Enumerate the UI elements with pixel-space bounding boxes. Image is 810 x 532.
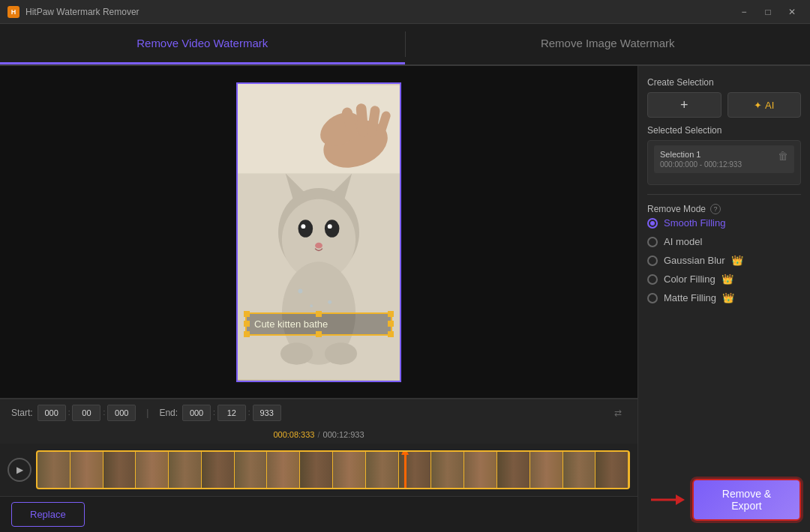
crown-icon-color: 👑 [722, 273, 734, 285]
mode-gaussian[interactable]: Gaussian Blur 👑 [647, 255, 801, 266]
maximize-button[interactable]: □ [758, 4, 778, 20]
close-button[interactable]: ✕ [782, 4, 802, 20]
svg-point-15 [325, 342, 357, 364]
film-frame-8 [267, 452, 300, 488]
title-bar-left: H HitPaw Watermark Remover [8, 6, 140, 18]
video-section: Cute kitten bathe Start: : [0, 66, 638, 532]
film-frame-14 [464, 452, 497, 488]
export-section: Remove & Export [647, 479, 801, 521]
svg-point-7 [325, 220, 340, 238]
filmstrip-area: ▶ [0, 444, 638, 496]
timeline-controls: Start: : : | End: : : ⇄ [0, 399, 638, 426]
radio-matte[interactable] [647, 293, 658, 303]
play-icon: ▶ [16, 465, 23, 475]
right-panel: Create Selection + ✦ AI Selected Selecti… [638, 66, 810, 532]
panel-divider [647, 194, 801, 195]
radio-ai[interactable] [647, 237, 658, 247]
end-label: End: [159, 408, 178, 418]
watermark-selection-box[interactable]: Cute kitten bathe [245, 312, 392, 336]
film-frame-15 [497, 452, 530, 488]
color-label: Color Filling [664, 273, 716, 285]
remove-mode-section: Remove Mode ? Smooth Filling AI model Ga… [647, 204, 801, 303]
create-selection-label: Create Selection [647, 77, 801, 88]
svg-point-10 [315, 242, 322, 248]
svg-point-8 [301, 224, 305, 229]
svg-point-6 [298, 220, 314, 238]
video-frame: Cute kitten bathe [236, 82, 401, 382]
play-button[interactable]: ▶ [8, 458, 32, 482]
replace-button[interactable]: Replace [11, 502, 85, 527]
end-hours[interactable] [182, 405, 211, 421]
selection-item-1[interactable]: Selection 1 000:00:000 - 000:12:933 🗑 [654, 145, 794, 173]
start-hours[interactable] [38, 405, 66, 421]
handle-right-mid[interactable] [388, 321, 394, 327]
tab-bar: Remove Video Watermark Remove Image Wate… [0, 24, 810, 66]
svg-point-17 [328, 300, 332, 303]
sep1: : [68, 408, 70, 417]
handle-top-right[interactable] [388, 311, 394, 317]
title-bar: H HitPaw Watermark Remover − □ ✕ [0, 0, 810, 24]
end-seconds[interactable] [253, 405, 281, 421]
handle-bottom-right[interactable] [388, 331, 394, 337]
app-logo: H [8, 6, 20, 18]
remove-mode-radio-group: Smooth Filling AI model Gaussian Blur 👑 … [647, 217, 801, 303]
end-minutes[interactable] [218, 405, 246, 421]
ai-selection-button[interactable]: ✦ AI [728, 92, 802, 118]
mode-ai[interactable]: AI model [647, 236, 801, 247]
handle-top-mid[interactable] [316, 311, 322, 317]
watermark-text: Cute kitten bathe [254, 318, 328, 330]
handle-top-left[interactable] [244, 311, 250, 317]
film-frame-5 [169, 452, 202, 488]
gaussian-label: Gaussian Blur [664, 255, 725, 266]
filmstrip[interactable] [36, 450, 630, 489]
tab-image-label: Remove Image Watermark [541, 37, 675, 49]
export-label: Remove & Export [722, 488, 771, 512]
create-selection-row: + ✦ AI [647, 92, 801, 118]
handle-bottom-mid[interactable] [316, 331, 322, 337]
arrow-icon [647, 489, 685, 511]
mode-color[interactable]: Color Filling 👑 [647, 273, 801, 285]
create-selection-section: Create Selection + ✦ AI [647, 77, 801, 118]
sep2: : [103, 408, 105, 417]
radio-smooth[interactable] [647, 218, 658, 229]
selection-list: Selection 1 000:00:000 - 000:12:933 🗑 [647, 140, 801, 185]
total-time: 000:12:933 [323, 430, 364, 439]
playhead[interactable] [404, 450, 406, 489]
mode-smooth[interactable]: Smooth Filling [647, 217, 801, 229]
tab-image-watermark[interactable]: Remove Image Watermark [406, 24, 811, 64]
add-icon: + [680, 97, 688, 113]
film-frame-10 [333, 452, 366, 488]
replace-label: Replace [30, 509, 66, 520]
add-selection-button[interactable]: + [647, 92, 722, 118]
film-frame-7 [235, 452, 268, 488]
sync-icon[interactable]: ⇄ [610, 405, 626, 421]
start-end-separator: | [146, 408, 148, 418]
mode-matte[interactable]: Matte Filling 👑 [647, 292, 801, 303]
smooth-label: Smooth Filling [664, 217, 725, 229]
start-minutes[interactable] [72, 405, 100, 421]
radio-gaussian[interactable] [647, 256, 658, 266]
svg-point-18 [310, 304, 313, 307]
help-icon[interactable]: ? [710, 204, 721, 214]
radio-color[interactable] [647, 274, 658, 285]
window-controls: − □ ✕ [734, 4, 802, 20]
selection-time: 000:00:000 - 000:12:933 [660, 160, 742, 169]
start-seconds[interactable] [107, 405, 136, 421]
ai-label: AI [765, 100, 774, 111]
film-frame-1 [38, 452, 70, 488]
video-bottom: Start: : : | End: : : ⇄ [0, 398, 638, 532]
video-canvas[interactable]: Cute kitten bathe [0, 66, 638, 398]
time-divider: / [317, 430, 320, 439]
minimize-button[interactable]: − [734, 4, 754, 20]
tab-video-watermark[interactable]: Remove Video Watermark [0, 24, 405, 64]
start-label: Start: [11, 408, 33, 418]
delete-selection-icon[interactable]: 🗑 [778, 150, 788, 162]
remove-export-button[interactable]: Remove & Export [692, 479, 801, 521]
svg-point-9 [328, 224, 332, 229]
remove-mode-label: Remove Mode [647, 204, 706, 214]
film-frame-13 [431, 452, 464, 488]
handle-left-mid[interactable] [244, 321, 250, 327]
app-title: HitPaw Watermark Remover [26, 7, 140, 17]
svg-point-16 [298, 288, 303, 293]
handle-bottom-left[interactable] [244, 331, 250, 337]
